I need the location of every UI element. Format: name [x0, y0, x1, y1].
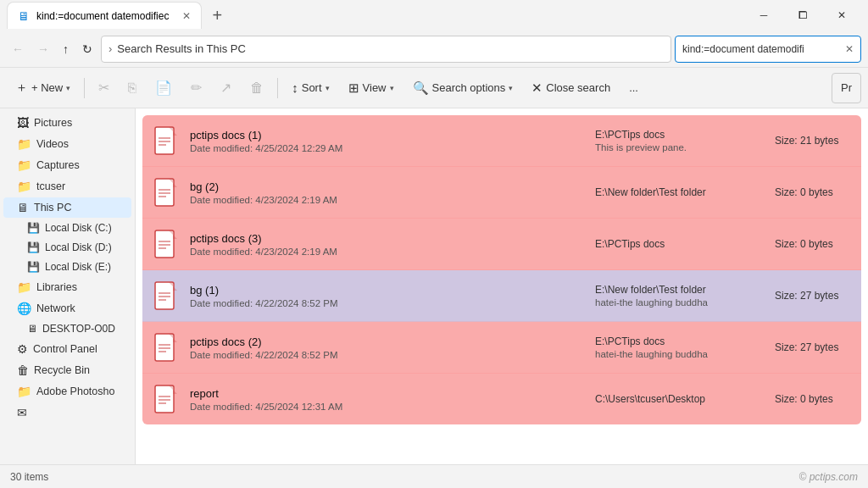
sort-button[interactable]: ↕ Sort ▾	[283, 73, 337, 103]
sidebar-item-local-disk-d[interactable]: 💾 Local Disk (D:)	[3, 238, 131, 257]
desktop-icon: 🖥	[27, 323, 37, 335]
refresh-button[interactable]: ↻	[77, 37, 97, 61]
file-info: bg (2) Date modified: 4/23/2024 2:19 AM	[190, 180, 585, 205]
tab-label: kind:=document datemodifiec	[36, 10, 169, 22]
tab-close-button[interactable]: ✕	[182, 10, 191, 22]
file-date: Date modified: 4/23/2024 2:19 AM	[190, 195, 585, 205]
sidebar-item-local-disk-c[interactable]: 💾 Local Disk (C:)	[3, 219, 131, 237]
watermark: © pctips.com	[798, 471, 858, 483]
cut-icon: ✂	[98, 80, 109, 96]
delete-icon: 🗑	[250, 80, 264, 96]
file-path: E:\New folder\Test folder	[595, 186, 765, 198]
file-doc-icon	[153, 279, 180, 313]
file-path: E:\PCTips docs	[595, 238, 765, 250]
file-doc-icon	[153, 227, 180, 261]
close-button[interactable]: ✕	[822, 0, 861, 30]
captures-icon: 📁	[17, 158, 31, 172]
file-name: pctips docs (2)	[190, 336, 585, 348]
sidebar-item-mail[interactable]: ✉	[3, 402, 131, 423]
rename-button[interactable]: ✏	[182, 73, 210, 103]
file-preview: This is preview pane.	[595, 142, 765, 152]
file-path: E:\PCTips docs	[595, 129, 765, 141]
control-panel-icon: ⚙	[17, 342, 28, 356]
table-row[interactable]: pctips docs (2) Date modified: 4/22/2024…	[142, 322, 861, 374]
search-text: kind:=document datemodifi	[682, 43, 842, 55]
paste-icon: 📄	[155, 80, 172, 96]
close-search-label: Close search	[546, 81, 610, 94]
sidebar-item-this-pc[interactable]: 🖥 This PC	[3, 197, 131, 218]
file-doc-icon	[153, 124, 180, 158]
share-button[interactable]: ↗	[212, 73, 240, 103]
file-path-info: E:\PCTips docs This is preview pane.	[595, 129, 765, 152]
local-disk-c-icon: 💾	[27, 222, 40, 234]
new-button[interactable]: ＋ + New ▾	[7, 73, 79, 103]
sidebar-item-control-panel[interactable]: ⚙ Control Panel	[3, 339, 131, 359]
local-disk-d-icon: 💾	[27, 241, 40, 253]
rename-icon: ✏	[191, 80, 202, 96]
table-row[interactable]: bg (2) Date modified: 4/23/2024 2:19 AM …	[142, 167, 861, 219]
search-clear-button[interactable]: ✕	[845, 43, 854, 55]
file-path-info: E:\PCTips docs hatei-the laughing buddha	[595, 336, 765, 359]
search-options-icon: 🔍	[413, 80, 429, 96]
close-search-button[interactable]: ✕ Close search	[523, 73, 619, 103]
minimize-button[interactable]: ─	[744, 0, 783, 30]
maximize-button[interactable]: ⧠	[783, 0, 822, 30]
file-info: pctips docs (3) Date modified: 4/23/2024…	[190, 232, 585, 257]
sidebar-item-tcuser[interactable]: 📁 tcuser	[3, 176, 131, 197]
new-chevron-icon: ▾	[66, 84, 70, 92]
nav-bar: ← → ↑ ↻ › Search Results in This PC kind…	[0, 30, 868, 68]
sidebar-item-pictures[interactable]: 🖼 Pictures	[3, 113, 131, 133]
sidebar-item-desktop[interactable]: 🖥 DESKTOP-O0D	[3, 319, 131, 338]
sidebar-item-network[interactable]: 🌐 Network	[3, 298, 131, 319]
file-name: bg (1)	[190, 284, 585, 297]
address-text: Search Results in This PC	[117, 42, 246, 55]
file-preview: hatei-the laughing buddha	[595, 349, 765, 359]
search-box[interactable]: kind:=document datemodifi ✕	[675, 36, 861, 63]
sort-chevron-icon: ▾	[326, 84, 330, 92]
active-tab[interactable]: 🖥 kind:=document datemodifiec ✕	[7, 2, 202, 29]
title-bar: 🖥 kind:=document datemodifiec ✕ + ─ ⧠ ✕	[0, 0, 868, 30]
sort-icon: ↕	[292, 80, 298, 95]
mail-icon: ✉	[17, 406, 27, 419]
svg-rect-16	[155, 334, 174, 361]
forward-button[interactable]: →	[32, 37, 54, 61]
file-name: bg (2)	[190, 180, 585, 193]
new-icon: ＋	[15, 80, 28, 96]
delete-button[interactable]: 🗑	[242, 73, 272, 103]
file-path-info: E:\New folder\Test folder hatei-the laug…	[595, 284, 765, 308]
file-path: C:\Users\tcuser\Desktop	[595, 393, 765, 405]
view-button[interactable]: ⊞ View ▾	[340, 73, 403, 103]
table-row[interactable]: pctips docs (3) Date modified: 4/23/2024…	[142, 219, 861, 270]
cut-button[interactable]: ✂	[90, 73, 118, 103]
search-options-label: Search options	[432, 81, 506, 94]
toolbar: ＋ + New ▾ ✂ ⎘ 📄 ✏ ↗ 🗑 ↕ Sort ▾ ⊞ View ▾ …	[0, 68, 868, 108]
search-options-button[interactable]: 🔍 Search options ▾	[404, 73, 522, 103]
file-date: Date modified: 4/23/2024 2:19 AM	[190, 247, 585, 257]
up-button[interactable]: ↑	[58, 37, 74, 61]
address-bar[interactable]: › Search Results in This PC	[101, 36, 671, 63]
sidebar-item-adobe-photoshop[interactable]: 📁 Adobe Photosho	[3, 381, 131, 402]
paste-button[interactable]: 📄	[147, 73, 181, 103]
table-row[interactable]: report Date modified: 4/25/2024 12:31 AM…	[142, 374, 861, 424]
copy-button[interactable]: ⎘	[120, 73, 145, 103]
sidebar-item-captures[interactable]: 📁 Captures	[3, 155, 131, 175]
svg-rect-4	[155, 179, 174, 206]
this-pc-icon: 🖥	[17, 201, 29, 214]
file-path: E:\PCTips docs	[595, 336, 765, 347]
new-tab-button[interactable]: +	[205, 3, 229, 29]
sidebar-item-libraries[interactable]: 📁 Libraries	[3, 277, 131, 297]
table-row[interactable]: bg (1) Date modified: 4/22/2024 8:52 PM …	[142, 270, 861, 322]
preview-button[interactable]: Pr	[832, 73, 861, 103]
more-button[interactable]: ...	[620, 73, 647, 103]
file-name: pctips docs (3)	[190, 232, 585, 245]
view-label: View	[363, 81, 387, 94]
sidebar-item-local-disk-e[interactable]: 💾 Local Disk (E:)	[3, 258, 131, 276]
back-button[interactable]: ←	[7, 37, 29, 61]
table-row[interactable]: pctips docs (1) Date modified: 4/25/2024…	[142, 115, 861, 167]
file-date: Date modified: 4/22/2024 8:52 PM	[190, 350, 585, 360]
separator-1	[84, 78, 85, 98]
file-preview: hatei-the laughing buddha	[595, 297, 765, 308]
sidebar: 🖼 Pictures 📁 Videos 📁 Captures 📁 tcuser …	[0, 108, 136, 464]
sidebar-item-recycle-bin[interactable]: 🗑 Recycle Bin	[3, 360, 131, 380]
sidebar-item-videos[interactable]: 📁 Videos	[3, 134, 131, 154]
